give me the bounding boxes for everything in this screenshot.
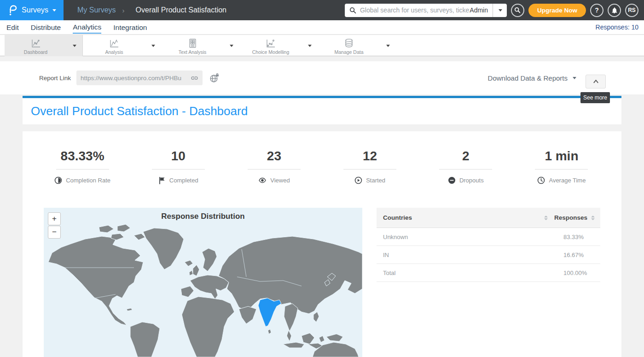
response-distribution-map: Response Distribution + − [44, 208, 362, 357]
page-title: Overall Product Satisfaction - Dashboard [23, 98, 621, 124]
sort-responses-icon[interactable] [591, 216, 595, 220]
document-grid-icon [187, 38, 198, 48]
chevron-down-icon [573, 77, 576, 79]
responses-cell: 16.67% [563, 252, 584, 258]
sort-countries-icon[interactable] [544, 216, 548, 220]
search-scope-dropdown[interactable] [499, 9, 502, 12]
stat-value: 83.33% [61, 149, 104, 164]
stat-completion-rate: 83.33% Completion Rate [35, 149, 130, 184]
toolbar-label: Text Analysis [179, 49, 207, 55]
topbar-actions: Admin Upgrade Now ? RS [345, 4, 644, 17]
toolbar-item-text-analysis[interactable]: Text Analysis [161, 35, 239, 56]
bell-icon [611, 7, 618, 14]
download-data-reports-label: Download Data & Reports [488, 74, 568, 82]
stat-value: 10 [171, 149, 186, 164]
see-more-toggle-button[interactable] [586, 75, 606, 88]
stat-value: 2 [462, 149, 470, 164]
toolbar-item-dashboard[interactable]: Dashboard [5, 35, 83, 56]
zoom-out-button[interactable]: − [48, 226, 61, 239]
chevron-down-icon[interactable] [151, 45, 155, 47]
column-responses[interactable]: Responses [554, 214, 587, 221]
surveys-app-menu[interactable]: Surveys [0, 0, 64, 20]
stat-started: 12 Started [322, 149, 418, 184]
app-menu-label: Surveys [22, 6, 48, 14]
report-visibility-button[interactable] [209, 73, 219, 85]
column-countries[interactable]: Countries [383, 214, 412, 221]
avatar[interactable]: RS [625, 4, 638, 17]
download-data-reports-menu[interactable]: Download Data & Reports [488, 61, 576, 94]
report-url-field[interactable]: https://www.questionpro.com/t/PHBu [76, 70, 203, 85]
breadcrumb: My Surveys › Overall Product Satisfactio… [77, 6, 226, 14]
clock-icon [537, 176, 545, 184]
table-row: Unknown 83.33% [377, 228, 600, 246]
stats-row: 83.33% Completion Rate 10 Completed [35, 149, 609, 184]
stat-label: Completion Rate [66, 177, 110, 184]
search-icon [349, 7, 356, 14]
responses-cell: 100.00% [563, 269, 587, 276]
map-zoom-controls: + − [48, 212, 61, 239]
eye-icon [258, 176, 267, 184]
gauge-icon [54, 176, 62, 184]
help-button[interactable]: ? [590, 4, 603, 17]
zoom-in-button[interactable]: + [48, 212, 61, 225]
dashboard-card: 83.33% Completion Rate 10 Completed [23, 131, 621, 357]
stat-completed: 10 Completed [130, 149, 226, 184]
zigzag-chart-icon [109, 38, 120, 48]
global-search-input[interactable] [360, 6, 470, 14]
country-cell: Total [377, 269, 395, 276]
line-chart-icon [30, 38, 41, 48]
questionpro-logo-icon [7, 4, 17, 16]
report-url[interactable]: https://www.questionpro.com/t/PHBu [81, 75, 191, 82]
stat-label: Completed [169, 177, 198, 184]
upgrade-now-button[interactable]: Upgrade Now [528, 4, 586, 17]
country-cell: Unknown [377, 234, 408, 240]
search-icon [514, 7, 521, 13]
global-search-box[interactable]: Admin [345, 4, 507, 17]
chevron-down-icon[interactable] [73, 45, 76, 47]
link-icon [191, 74, 198, 82]
toolbar-item-analysis[interactable]: Analysis [83, 35, 161, 56]
world-map[interactable] [44, 208, 362, 357]
stat-value: 1 min [545, 149, 578, 164]
responses-count: Responses: 10 [596, 23, 638, 31]
tab-analytics[interactable]: Analytics [73, 21, 101, 34]
table-row: IN 16.67% [377, 246, 600, 264]
countries-table-header: Countries Responses [377, 208, 600, 228]
stat-label: Dropouts [459, 177, 484, 184]
stat-value: 23 [267, 149, 281, 164]
breadcrumb-current: Overall Product Satisfaction [136, 6, 226, 14]
chevron-down-icon[interactable] [230, 45, 233, 47]
country-cell: IN [377, 252, 389, 258]
stat-label: Started [366, 177, 385, 184]
stat-average-time: 1 min Average Time [514, 149, 609, 184]
notifications-button[interactable] [608, 4, 621, 17]
stat-label: Viewed [270, 177, 290, 184]
chevron-down-icon[interactable] [308, 45, 312, 47]
analytics-toolbar: Dashboard Analysis Text Analysis [0, 35, 644, 56]
table-row: Total 100.00% [377, 264, 600, 282]
tab-edit[interactable]: Edit [6, 22, 19, 33]
report-link-label: Report Link [39, 61, 71, 94]
scatter-chart-icon [265, 38, 276, 48]
globe-lock-icon [209, 73, 219, 83]
report-link-bar: Report Link https://www.questionpro.com/… [0, 61, 644, 94]
toolbar-label: Choice Modelling [252, 49, 290, 55]
tab-distribute[interactable]: Distribute [31, 22, 61, 33]
minus-circle-icon [448, 176, 456, 184]
breadcrumb-my-surveys[interactable]: My Surveys [77, 6, 116, 14]
search-scope-divider [493, 4, 493, 17]
chevron-down-icon[interactable] [386, 45, 390, 47]
toolbar-item-choice-modelling[interactable]: Choice Modelling [239, 35, 318, 56]
survey-nav: Edit Distribute Analytics Integration Re… [0, 20, 644, 35]
accent-divider [23, 96, 621, 98]
toolbar-item-manage-data[interactable]: Manage Data [318, 35, 396, 56]
responses-cell: 83.33% [563, 234, 584, 240]
map-title: Response Distribution [44, 212, 362, 221]
tab-integration[interactable]: Integration [113, 22, 147, 33]
search-button[interactable] [511, 4, 524, 17]
flag-icon [158, 176, 166, 184]
search-scope-label: Admin [470, 6, 488, 14]
stat-viewed: 23 Viewed [226, 149, 322, 184]
play-circle-icon [354, 176, 362, 184]
toolbar-label: Analysis [105, 49, 123, 55]
